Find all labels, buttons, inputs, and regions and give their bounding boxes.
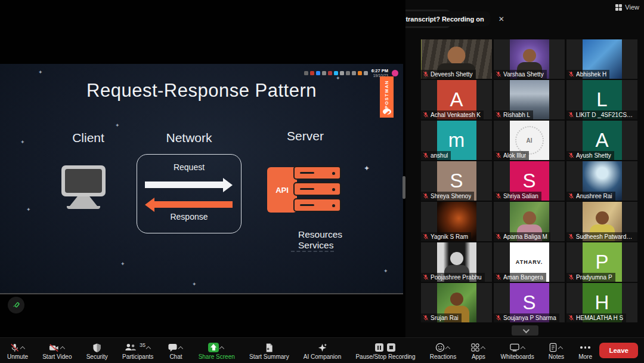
participant-name: Anushree Rai [576, 193, 612, 199]
participant-tile[interactable]: Rishabh L [494, 80, 565, 119]
participant-tile[interactable]: SShriya Salian [494, 161, 565, 201]
sparkle-decoration: ✦ [364, 167, 368, 171]
participant-name-bar: Alok Illur [494, 151, 529, 160]
shield-icon [92, 343, 101, 353]
apps-chevron[interactable] [481, 346, 485, 351]
sparkle-decoration: ✦ [115, 124, 119, 128]
participant-tile[interactable]: LLIKIT D _4SF21CS072 [566, 80, 637, 119]
participant-name-bar: Poojashree Prabhu [421, 273, 485, 282]
participant-tile[interactable]: AAchal Venkatesh K [421, 80, 492, 119]
participant-tile[interactable]: AAyush Shetty [566, 121, 637, 160]
zoom-meeting-window: ✓ Recording... You are viewing Deveesh S… [0, 0, 644, 363]
annotate-button[interactable] [8, 297, 24, 313]
chevron-down-icon [522, 326, 529, 333]
participants-chevron[interactable] [146, 346, 151, 351]
mic-muted-icon [568, 274, 574, 281]
sparkle-decoration: ✦ [383, 269, 388, 273]
participant-tile[interactable]: Deveesh Shetty [421, 39, 492, 79]
shared-screen-area: 6:27 PM 19/10/23 POSTMAN Request-Respons… [0, 0, 405, 337]
participant-name-bar: Yagnik S Ram [421, 232, 471, 241]
participant-name: Ayush Shetty [576, 152, 611, 159]
participants-button[interactable]: 35 Participants [121, 341, 154, 360]
notes-button[interactable]: Notes [547, 341, 565, 360]
client-label: Client [58, 131, 118, 145]
participant-tile[interactable]: AIAlok Illur [494, 121, 565, 160]
participant-name-bar: anshul [421, 151, 451, 160]
whiteboards-button[interactable]: Whiteboards [500, 341, 535, 360]
server-rack-icon [293, 166, 341, 180]
share-screen-icon [208, 343, 219, 352]
participant-name-bar: Anushree Rai [566, 192, 615, 201]
participant-tile[interactable]: HHEMALATHA H S [566, 283, 637, 322]
share-options-chevron[interactable] [219, 346, 224, 351]
start-summary-button[interactable]: Start Summary [248, 341, 290, 360]
reactions-button[interactable]: Reactions [429, 341, 457, 360]
presentation-slide: 6:27 PM 19/10/23 POSTMAN Request-Respons… [0, 64, 403, 294]
unmute-button[interactable]: Unmute [6, 341, 29, 360]
participant-tile[interactable]: Poojashree Prabhu [421, 242, 492, 282]
audio-options-chevron[interactable] [20, 346, 25, 351]
participant-tile[interactable]: Anushree Rai [566, 161, 637, 201]
resources-services-label: Resources Services [298, 229, 342, 251]
meeting-toolbar: Unmute Start Video [0, 337, 644, 363]
participant-tile[interactable]: Abhishek H [566, 39, 637, 79]
pause-stop-recording-button[interactable]: Pause/Stop Recording [354, 341, 416, 360]
panel-resize-handle[interactable] [402, 176, 405, 199]
participant-name-bar: Shreya Shenoy [421, 192, 474, 201]
whiteboard-icon [509, 343, 520, 352]
participant-name-bar: Rishabh L [494, 110, 533, 119]
mic-muted-icon [568, 315, 574, 321]
participant-name: Rishabh L [503, 112, 530, 118]
participant-tile[interactable]: Yagnik S Ram [421, 202, 492, 241]
participant-name-bar: Achal Venkatesh K [421, 110, 484, 119]
chat-chevron[interactable] [178, 346, 183, 351]
grid-scroll-down-button[interactable] [512, 325, 538, 336]
share-screen-button[interactable]: Share Screen [197, 341, 236, 360]
more-button[interactable]: More [577, 341, 593, 360]
participant-name: HEMALATHA H S [576, 315, 623, 321]
participant-name-bar: LIKIT D _4SF21CS072 [566, 110, 637, 119]
mic-muted-icon [423, 112, 429, 118]
participant-name-bar: Aman Bangera [494, 273, 546, 282]
participant-tile[interactable]: manshul [421, 121, 492, 160]
participant-tile[interactable]: SSoujanya P Sharma [494, 283, 565, 322]
mic-muted-icon [496, 152, 501, 159]
pause-icon[interactable] [375, 343, 383, 352]
apps-button[interactable]: Apps [469, 341, 487, 360]
leave-button[interactable]: Leave [599, 343, 638, 358]
security-button[interactable]: Security [85, 341, 109, 360]
participant-name-bar: Abhishek H [566, 70, 609, 79]
whiteboards-chevron[interactable] [520, 346, 525, 351]
participant-tile[interactable]: Varshaa Shetty [494, 39, 565, 79]
sparkle-decoration: ✦ [120, 262, 125, 266]
participant-name-bar: Varshaa Shetty [494, 70, 547, 79]
participant-tile[interactable]: ATHARV.Aman Bangera [494, 242, 565, 282]
stop-icon[interactable] [387, 343, 395, 352]
mic-muted-icon [423, 315, 429, 321]
reactions-chevron[interactable] [445, 346, 450, 351]
participant-tile[interactable]: PPradyumna P [566, 242, 637, 282]
mic-muted-icon [568, 152, 574, 159]
chat-button[interactable]: Chat [166, 341, 185, 360]
view-layout-button[interactable]: View [615, 4, 639, 11]
mic-muted-icon [496, 193, 501, 199]
participant-name-bar: Shriya Salian [494, 192, 541, 201]
close-icon[interactable]: ✕ [499, 15, 504, 23]
participant-tile[interactable]: SShreya Shenoy [421, 161, 492, 201]
participant-name-bar: Srujan Rai [421, 313, 462, 322]
participant-tile[interactable]: Srujan Rai [421, 283, 492, 322]
video-options-chevron[interactable] [60, 346, 65, 351]
apps-grid-icon [470, 343, 480, 352]
participant-name-bar: Ayush Shetty [566, 151, 614, 160]
participant-name: Shriya Salian [503, 193, 538, 199]
participant-tile[interactable]: Sudheesh Patwardhan [566, 202, 637, 241]
participant-name: Srujan Rai [431, 315, 459, 321]
mic-muted-icon [423, 71, 429, 78]
mic-muted-icon [423, 193, 429, 199]
sparkle-decoration: ✦ [192, 282, 196, 287]
participant-name: Yagnik S Ram [431, 233, 468, 240]
ai-companion-button[interactable]: AI Companion [302, 341, 342, 360]
notes-chevron[interactable] [558, 346, 563, 351]
participant-tile[interactable]: Aparna Baliga M [494, 202, 565, 241]
start-video-button[interactable]: Start Video [41, 341, 73, 360]
